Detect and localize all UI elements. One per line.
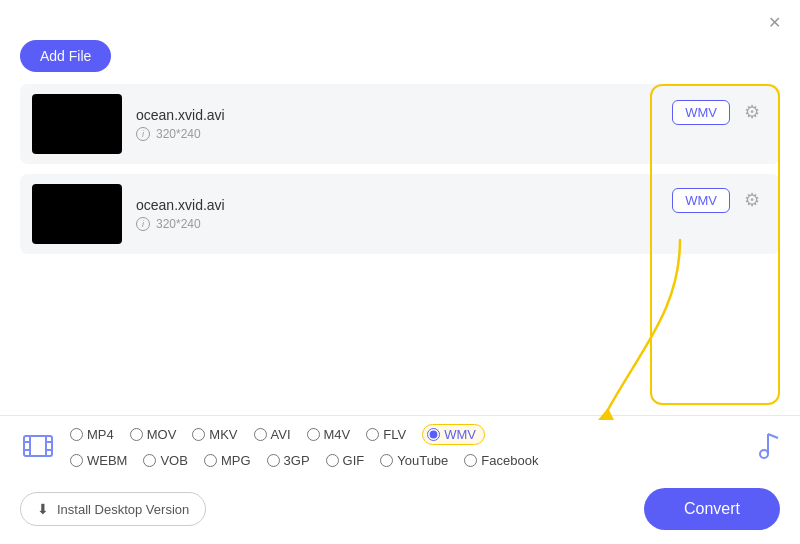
settings-button-2[interactable]: ⚙ (738, 186, 766, 214)
file-actions-2: WMV ⚙ (672, 186, 766, 214)
close-button[interactable]: ✕ (764, 12, 784, 32)
radio-mpg[interactable]: MPG (204, 453, 251, 468)
svg-line-9 (768, 434, 778, 438)
settings-button-1[interactable]: ⚙ (738, 98, 766, 126)
format-bar: MP4 MOV MKV AVI M4V FLV WMV WEBM VOB MPG… (0, 415, 800, 480)
file-info-1: ocean.xvid.avi i 320*240 (122, 107, 610, 141)
radio-facebook[interactable]: Facebook (464, 453, 538, 468)
file-item-2: ocean.xvid.avi i 320*240 (20, 174, 780, 254)
radio-flv[interactable]: FLV (366, 424, 406, 445)
radio-options: MP4 MOV MKV AVI M4V FLV WMV WEBM VOB MPG… (70, 424, 740, 472)
file-meta-2: i 320*240 (136, 217, 610, 231)
music-icon (748, 428, 780, 468)
radio-mkv[interactable]: MKV (192, 424, 237, 445)
format-badge-1[interactable]: WMV (672, 100, 730, 125)
file-item-1: ocean.xvid.avi i 320*240 (20, 84, 780, 164)
file-resolution-1: 320*240 (156, 127, 201, 141)
footer: ⬇ Install Desktop Version Convert (0, 480, 800, 544)
convert-button[interactable]: Convert (644, 488, 780, 530)
radio-youtube[interactable]: YouTube (380, 453, 448, 468)
add-file-button[interactable]: Add File (20, 40, 111, 72)
film-icon (20, 428, 56, 468)
format-row: MP4 MOV MKV AVI M4V FLV WMV WEBM VOB MPG… (20, 424, 780, 472)
radio-mov[interactable]: MOV (130, 424, 177, 445)
title-bar: ✕ (0, 0, 800, 36)
radio-row-2: WEBM VOB MPG 3GP GIF YouTube Facebook (70, 453, 740, 472)
file-thumbnail-1 (32, 94, 122, 154)
radio-gif[interactable]: GIF (326, 453, 365, 468)
main-window: ✕ Add File ocean.xvid.avi i 320*240 ocea… (0, 0, 800, 544)
download-icon: ⬇ (37, 501, 49, 517)
file-actions-1: WMV ⚙ (672, 98, 766, 126)
toolbar: Add File (0, 36, 800, 84)
info-icon-2: i (136, 217, 150, 231)
file-resolution-2: 320*240 (156, 217, 201, 231)
file-thumbnail-2 (32, 184, 122, 244)
gear-icon-1: ⚙ (744, 101, 760, 123)
radio-mp4[interactable]: MP4 (70, 424, 114, 445)
file-info-2: ocean.xvid.avi i 320*240 (122, 197, 610, 231)
file-list: ocean.xvid.avi i 320*240 ocean.xvid.avi … (0, 84, 800, 415)
radio-m4v[interactable]: M4V (307, 424, 351, 445)
radio-row-1: MP4 MOV MKV AVI M4V FLV WMV (70, 424, 740, 449)
info-icon-1: i (136, 127, 150, 141)
radio-webm[interactable]: WEBM (70, 453, 127, 468)
radio-vob[interactable]: VOB (143, 453, 187, 468)
gear-icon-2: ⚙ (744, 189, 760, 211)
radio-wmv[interactable]: WMV (422, 424, 485, 445)
file-name-1: ocean.xvid.avi (136, 107, 610, 123)
format-badge-2[interactable]: WMV (672, 188, 730, 213)
file-meta-1: i 320*240 (136, 127, 610, 141)
radio-3gp[interactable]: 3GP (267, 453, 310, 468)
svg-point-10 (760, 450, 768, 458)
radio-avi[interactable]: AVI (254, 424, 291, 445)
file-name-2: ocean.xvid.avi (136, 197, 610, 213)
install-desktop-button[interactable]: ⬇ Install Desktop Version (20, 492, 206, 526)
svg-rect-1 (24, 436, 52, 456)
install-label: Install Desktop Version (57, 502, 189, 517)
